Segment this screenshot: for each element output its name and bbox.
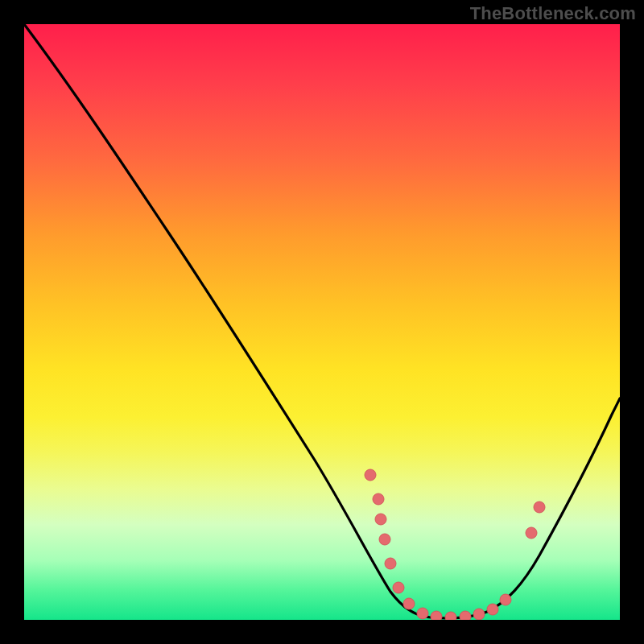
dot [526,527,537,539]
bottleneck-curve-svg [24,24,620,620]
dot [500,594,511,605]
dot [445,612,456,620]
dot [417,608,428,619]
dot [393,582,404,593]
dot [534,502,545,513]
dot [375,514,386,525]
dot [487,604,498,615]
dot [373,493,384,505]
dot [365,469,376,481]
chart-frame: TheBottleneck.com [0,0,644,644]
dot [403,598,415,609]
highlight-dots-group [365,469,545,620]
watermark-text: TheBottleneck.com [470,3,636,24]
dot [379,534,390,545]
dot [431,611,442,620]
dot [460,611,471,620]
dot [385,558,396,569]
plot-area [24,24,620,620]
dot [473,609,485,620]
